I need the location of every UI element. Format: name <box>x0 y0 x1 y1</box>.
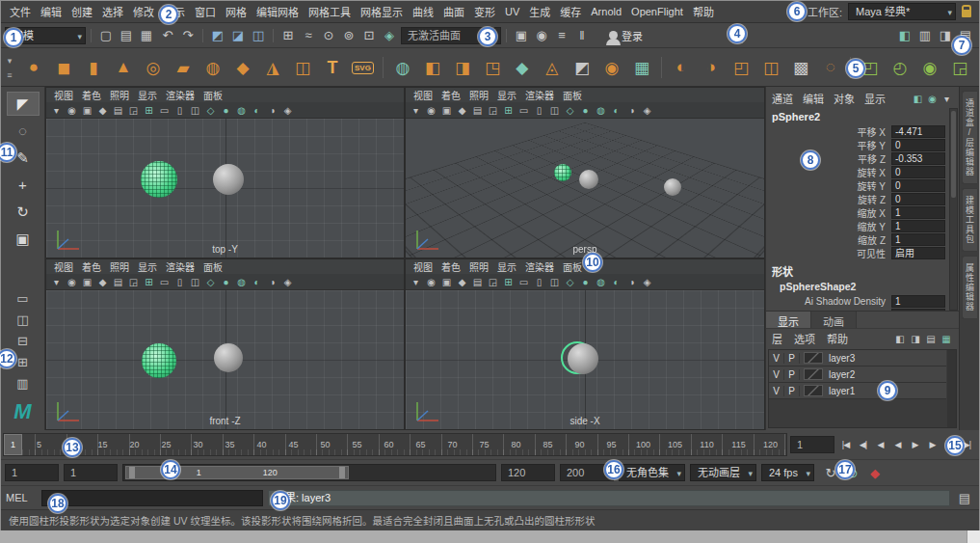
range-slider-bar[interactable]: 1 120 <box>125 466 349 479</box>
selected-sphere[interactable] <box>554 164 571 181</box>
wireframe-icon[interactable]: ◇ <box>563 275 577 289</box>
menubar-item[interactable]: 网格 <box>221 1 252 22</box>
poly-cone-icon[interactable]: ▲ <box>109 53 138 82</box>
make-live-icon[interactable]: ◈ <box>380 26 399 45</box>
select-tool-icon[interactable]: ◤ <box>7 92 40 116</box>
menubar-item[interactable]: 网格显示 <box>356 1 408 22</box>
camera-attributes-icon[interactable]: ▣ <box>80 103 94 118</box>
film-gate-icon[interactable]: ▭ <box>516 275 531 289</box>
bridge-icon[interactable]: ◬ <box>538 53 567 82</box>
menubar-item[interactable]: 选择 <box>97 1 128 22</box>
viewport-side[interactable]: 视图着色照明显示渲染器面板 ▾◉▣◆▤◲⊞▭▯◫◇●◍◐◑◈ side -X <box>405 258 765 430</box>
viewport-canvas-top[interactable]: top -Y <box>46 119 404 258</box>
camera-attributes-icon[interactable]: ▣ <box>80 275 94 289</box>
shadows-icon[interactable]: ◑ <box>624 275 639 289</box>
tab-display[interactable]: 显示 <box>766 312 811 328</box>
menubar-item[interactable]: 文件 <box>5 1 36 22</box>
viewport-menu-item[interactable]: 照明 <box>465 259 492 274</box>
layout-two-panes-icon[interactable]: ◫ <box>9 310 38 329</box>
menubar-item[interactable]: Arnold <box>586 3 626 20</box>
lights-icon[interactable]: ◐ <box>609 103 623 118</box>
viewport-menu-item[interactable]: 显示 <box>134 259 161 274</box>
lights-icon[interactable]: ◐ <box>250 275 264 289</box>
viewport-menu-item[interactable]: 面板 <box>199 259 226 274</box>
timeline-track[interactable]: 1 51015202530354045505560657075808590951… <box>3 433 787 456</box>
hypershade-toggle-icon[interactable]: ▥ <box>915 26 935 45</box>
attribute-value[interactable]: 0 <box>891 309 945 312</box>
snap-to-curve-icon[interactable]: ≈ <box>299 26 318 45</box>
combine-icon[interactable]: ◧ <box>418 53 447 82</box>
range-slider-track[interactable]: 1 120 <box>122 464 496 481</box>
ipr-render-icon[interactable]: ◉ <box>532 26 551 45</box>
viewport-menu-item[interactable]: 照明 <box>465 88 492 102</box>
viewport-menu-item[interactable]: 显示 <box>134 88 161 102</box>
resolution-gate-icon[interactable]: ▯ <box>532 103 546 118</box>
menubar-item[interactable]: 曲线 <box>408 1 438 22</box>
fps-selector[interactable]: 24 fps ▾ <box>761 464 814 481</box>
uv-editor-icon[interactable]: ▤ <box>975 53 980 82</box>
menubar-item[interactable]: 编辑 <box>36 1 66 22</box>
grid-toggle-icon[interactable]: ⊞ <box>501 275 516 289</box>
channel-box-scrollbar[interactable] <box>949 108 958 311</box>
attribute-name[interactable]: Ai Shadow Density <box>766 296 891 307</box>
new-empty-layer-icon[interactable]: ◧ <box>893 332 907 345</box>
range-start-handle[interactable] <box>129 467 135 478</box>
layer-playback-toggle[interactable]: P <box>784 369 800 380</box>
viewport-front[interactable]: 视图着色照明显示渲染器面板 ▾◉▣◆▤◲⊞▭▯◫◇●◍◐◑◈ front -Z <box>45 258 405 430</box>
image-plane-icon[interactable]: ▤ <box>111 275 125 289</box>
script-editor-icon[interactable]: ▤ <box>955 488 974 507</box>
new-layer-from-selected-icon[interactable]: ◨ <box>909 332 922 345</box>
snap-to-view-plane-icon[interactable]: ⊡ <box>359 26 379 45</box>
gate-mask-icon[interactable]: ◫ <box>547 103 562 118</box>
lock-icon[interactable] <box>962 10 971 17</box>
lights-icon[interactable]: ◐ <box>250 103 264 118</box>
channel-object-name[interactable]: pSphere2 <box>766 108 947 124</box>
bookmark-icon[interactable]: ◆ <box>455 275 469 289</box>
show-menu[interactable]: 显示 <box>864 91 886 106</box>
attribute-name[interactable]: 旋转 Z <box>766 192 891 206</box>
step-back-key-icon[interactable]: ◀ <box>872 435 888 454</box>
layout-two-stacked-icon[interactable]: ⊟ <box>9 331 38 350</box>
boolean-difference-icon[interactable]: ◑ <box>697 53 726 82</box>
boolean-union-icon[interactable]: ◐ <box>667 53 696 82</box>
poly-sphere-icon[interactable]: ● <box>19 53 48 82</box>
select-component-icon[interactable]: ◫ <box>249 26 268 45</box>
automatic-mapping-icon[interactable]: ◲ <box>945 53 974 82</box>
character-set-selector[interactable]: 无角色集 ▾ <box>619 464 685 481</box>
2d-pan-zoom-icon[interactable]: ◲ <box>486 103 500 118</box>
go-to-end-icon[interactable]: ▶| <box>959 435 975 454</box>
attribute-name[interactable]: Ai Exposure <box>766 310 891 312</box>
cylindrical-mapping-icon[interactable]: ◴ <box>886 53 914 82</box>
attribute-value[interactable]: 1 <box>891 220 945 232</box>
lock-camera-icon[interactable]: ◉ <box>424 103 438 118</box>
lasso-tool-icon[interactable]: ◌ <box>7 119 40 143</box>
sidebar-tab[interactable]: 通道盒/层编辑器 <box>962 91 977 184</box>
command-result-field[interactable]: 结果: layer3 <box>268 490 950 506</box>
attribute-name[interactable]: 缩放 Y <box>766 219 891 233</box>
xray-icon[interactable]: ◈ <box>640 103 654 118</box>
camera-attributes-icon[interactable]: ▣ <box>439 103 454 118</box>
smooth-shade-icon[interactable]: ● <box>219 103 233 118</box>
play-backwards-icon[interactable]: ◀ <box>889 435 906 454</box>
selected-sphere[interactable] <box>141 161 177 198</box>
playback-start-field[interactable]: 1 <box>64 464 118 481</box>
attribute-value[interactable]: -4.471 <box>891 125 945 138</box>
move-tool-icon[interactable]: + <box>7 173 40 197</box>
pause-icon[interactable]: ‖ <box>572 26 592 45</box>
poly-cylinder-icon[interactable]: ▮ <box>79 53 108 82</box>
poly-pyramid-icon[interactable]: ◮ <box>258 53 287 82</box>
poly-disc-icon[interactable]: ◍ <box>199 53 227 82</box>
separate-icon[interactable]: ◨ <box>448 53 477 82</box>
gate-mask-icon[interactable]: ◫ <box>188 103 202 118</box>
menubar-item[interactable]: 网格工具 <box>304 1 356 22</box>
layer-playback-toggle[interactable]: P <box>784 386 800 396</box>
spherical-mapping-icon[interactable]: ◉ <box>915 53 944 82</box>
layer-name[interactable]: layer2 <box>827 369 855 380</box>
grid-toggle-icon[interactable]: ⊞ <box>142 275 156 289</box>
image-plane-icon[interactable]: ▤ <box>470 103 485 118</box>
layer-playback-toggle[interactable]: P <box>784 353 800 364</box>
channel-menu[interactable]: 通道 <box>772 91 793 106</box>
attribute-name[interactable]: 缩放 X <box>766 205 891 220</box>
animation-preferences-icon[interactable]: ⊙ <box>843 463 862 482</box>
channel-sliders-icon[interactable]: ◧ <box>912 93 924 105</box>
